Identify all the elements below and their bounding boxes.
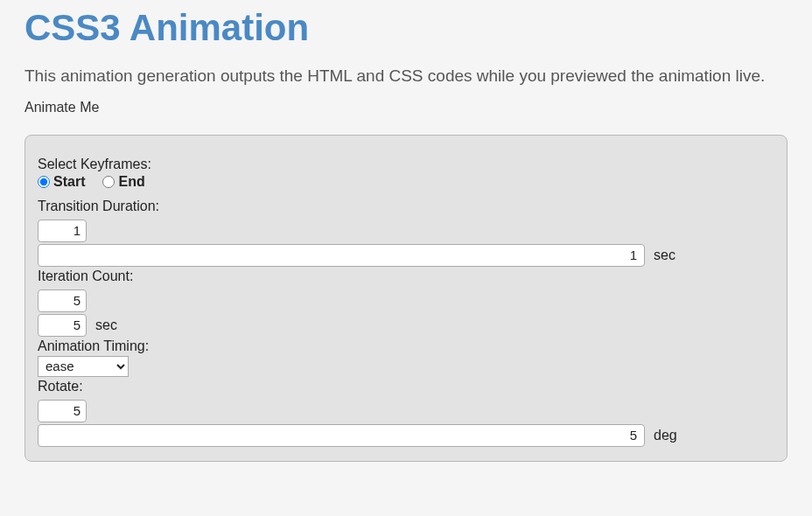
transition-duration-label: Transition Duration: bbox=[38, 199, 774, 214]
iteration-count-small-input[interactable] bbox=[38, 289, 87, 312]
keyframe-end-radio[interactable] bbox=[102, 176, 115, 188]
transition-duration-wide-row: sec bbox=[38, 244, 774, 267]
animation-timing-label: Animation Timing: bbox=[38, 338, 774, 354]
iteration-count-second-row: sec bbox=[38, 314, 774, 337]
rotate-small-row bbox=[38, 400, 774, 422]
transition-duration-small-input[interactable] bbox=[38, 220, 87, 242]
iteration-count-second-input[interactable] bbox=[38, 314, 87, 337]
transition-duration-small-row bbox=[38, 220, 774, 242]
keyframe-start-group: Start bbox=[38, 174, 85, 190]
iteration-count-unit: sec bbox=[95, 317, 117, 333]
keyframe-start-radio[interactable] bbox=[38, 176, 50, 188]
transition-duration-unit: sec bbox=[654, 248, 676, 263]
keyframe-end-label[interactable]: End bbox=[118, 174, 144, 190]
animation-timing-select[interactable]: ease bbox=[38, 356, 129, 377]
keyframe-end-group: End bbox=[102, 174, 144, 190]
keyframes-radio-row: Start End bbox=[38, 174, 774, 190]
page-title: CSS3 Animation bbox=[24, 7, 788, 49]
keyframe-start-label[interactable]: Start bbox=[53, 174, 85, 190]
keyframes-label: Select Keyframes: bbox=[38, 157, 774, 172]
rotate-label: Rotate: bbox=[38, 379, 774, 394]
animate-me-label: Animate Me bbox=[24, 100, 788, 115]
rotate-wide-input[interactable] bbox=[38, 424, 645, 447]
rotate-small-input[interactable] bbox=[38, 400, 87, 422]
rotate-unit: deg bbox=[654, 428, 677, 443]
transition-duration-wide-input[interactable] bbox=[38, 244, 645, 267]
controls-panel: Select Keyframes: Start End Transition D… bbox=[24, 135, 788, 462]
iteration-count-label: Iteration Count: bbox=[38, 268, 774, 284]
page-description: This animation generation outputs the HT… bbox=[24, 65, 788, 87]
rotate-wide-row: deg bbox=[38, 424, 774, 447]
iteration-count-small-row bbox=[38, 289, 774, 312]
